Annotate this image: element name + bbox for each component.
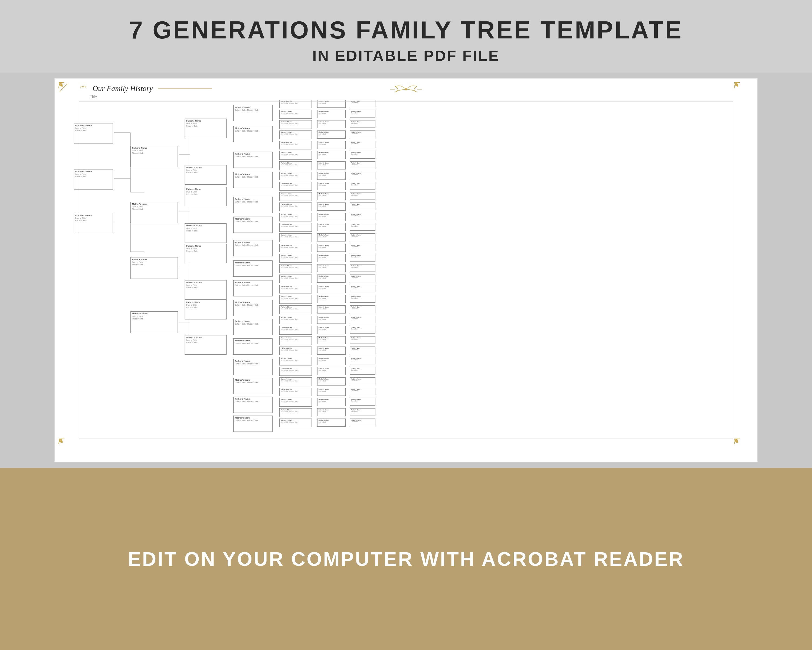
gen7-box-18: Father's NameDate of Birth [350, 285, 375, 292]
gen6-box-18: Father's NameDate of Birth [317, 285, 346, 293]
gen7-box-6: Father's NameDate of Birth [350, 161, 375, 169]
gen5-box-25: Mother's NameDate of Birth - Place of Bi… [279, 357, 312, 365]
gen6-box-26: Father's NameDate of Birth [317, 367, 346, 375]
gen6-box-14: Father's NameDate of Birth [317, 244, 346, 252]
gen7-box-5: Mother's NameDate of Birth [350, 151, 375, 159]
gen7-box-26: Father's NameDate of Birth [350, 367, 375, 375]
gen5-box-14: Father's NameDate of Birth - Place of Bi… [279, 244, 312, 252]
gen6-box-24: Father's NameDate of Birth [317, 346, 346, 355]
gen4-15: Father's Name Date of Birth - Place of B… [233, 397, 273, 413]
document-container: Our Family History Title [54, 78, 758, 462]
svg-point-4 [405, 88, 407, 90]
gen5-box-8: Father's NameDate of Birth - Place of Bi… [279, 182, 312, 191]
gen3-8: Mother's Name Date of Birth Place of Bir… [185, 335, 227, 355]
gen7-box-1: Mother's NameDate of Birth [350, 110, 375, 117]
gen4-5: Father's Name Date of Birth - Place of B… [233, 197, 273, 213]
gen7-box-28: Father's NameDate of Birth [350, 388, 375, 395]
gen6-box-11: Mother's NameDate of Birth [317, 213, 346, 221]
gen4-6: Mother's Name Date of Birth - Place of B… [233, 217, 273, 233]
gen6-box-6: Father's NameDate of Birth [317, 161, 346, 169]
gen7-box-19: Mother's NameDate of Birth [350, 295, 375, 303]
svg-point-0 [60, 84, 63, 86]
gen7-box-9: Mother's NameDate of Birth [350, 192, 375, 200]
gen2-mother2: Mother's Name Date of Birth Place of Bir… [130, 311, 178, 333]
gen5-box-16: Father's NameDate of Birth - Place of Bi… [279, 264, 312, 273]
gen5-box-28: Father's NameDate of Birth - Place of Bi… [279, 388, 312, 396]
gen6-box-19: Mother's NameDate of Birth [317, 295, 346, 303]
gen6-box-15: Mother's NameDate of Birth [317, 254, 346, 262]
gen6-box-28: Father's NameDate of Birth [317, 388, 346, 396]
gen6-box-23: Mother's NameDate of Birth [317, 336, 346, 344]
gen7-box-22: Father's NameDate of Birth [350, 326, 375, 334]
gen6-box-13: Mother's NameDate of Birth [317, 233, 346, 241]
gen6-box-1: Mother's NameDate of Birth [317, 110, 346, 118]
gen6-box-2: Father's NameDate of Birth [317, 120, 346, 128]
gen5-box-30: Father's NameDate of Birth - Place of Bi… [279, 408, 312, 417]
gen4-16: Mother's Name Date of Birth - Place of B… [233, 415, 273, 432]
gen5-box-31: Mother's NameDate of Birth - Place of Bi… [279, 418, 312, 427]
gen6-box-7: Mother's NameDate of Birth [317, 172, 346, 180]
gen3-4: Mother's Name Date of Birth Place of Bir… [185, 223, 227, 243]
gen6-box-9: Mother's NameDate of Birth [317, 192, 346, 200]
gen3-3: Father's Name Date of Birth Place of Bir… [185, 187, 227, 206]
main-title: 7 GENERATIONS FAMILY TREE TEMPLATE [129, 16, 683, 44]
gen5-box-7: Mother's NameDate of Birth - Place of Bi… [279, 172, 312, 180]
gen7-box-2: Father's NameDate of Birth [350, 120, 375, 128]
gen5-box-5: Mother's NameDate of Birth - Place of Bi… [279, 151, 312, 160]
gen6-box-27: Mother's NameDate of Birth [317, 377, 346, 386]
gen4-2: Mother's Name Date of Birth - Place of B… [233, 126, 273, 142]
doc-title: Our Family History [93, 84, 153, 93]
gen2-father2: Father's Name Date of Birth Place of Bir… [130, 257, 178, 279]
gen6-box-20: Father's NameDate of Birth [317, 305, 346, 313]
gen7-box-25: Mother's NameDate of Birth [350, 357, 375, 365]
svg-point-1 [736, 84, 738, 86]
bottom-text: EDIT ON YOUR COMPUTER WITH ACROBAT READE… [128, 548, 684, 570]
gen3-6: Mother's Name Date of Birth Place of Bir… [185, 280, 227, 300]
gen4-10: Mother's Name Date of Birth - Place of B… [233, 300, 273, 316]
gen7-box-12: Father's NameDate of Birth [350, 223, 375, 230]
gen6-box-22: Father's NameDate of Birth [317, 326, 346, 334]
gen2-father: Father's Name Date of Birth Place of Bir… [130, 146, 178, 167]
gen7-box-23: Mother's NameDate of Birth [350, 336, 375, 344]
gen3-5: Father's Name Date of Birth Place of Bir… [185, 244, 227, 263]
gen7-box-3: Mother's NameDate of Birth [350, 130, 375, 138]
gen4-9: Father's Name Date of Birth - Place of B… [233, 280, 273, 296]
gen5-box-27: Mother's NameDate of Birth - Place of Bi… [279, 377, 312, 386]
top-ornament [379, 82, 433, 99]
right-border-line [733, 102, 733, 439]
gen1-box-1: Proband's Name Date of Birth Place of Bi… [73, 123, 113, 143]
gen6-box-29: Mother's NameDate of Birth [317, 398, 346, 406]
doc-header: Our Family History [79, 83, 212, 93]
gen7-box-29: Mother's NameDate of Birth [350, 398, 375, 406]
gen4-14: Mother's Name Date of Birth - Place of B… [233, 378, 273, 394]
gen4-4: Mother's Name Date of Birth - Place of B… [233, 172, 273, 188]
gen5-box-18: Father's NameDate of Birth - Place of Bi… [279, 285, 312, 293]
gen5-box-20: Father's NameDate of Birth - Place of Bi… [279, 305, 312, 314]
gen6-box-17: Mother's NameDate of Birth [317, 275, 346, 282]
gen7-box-13: Mother's NameDate of Birth [350, 233, 375, 241]
gen7-box-31: Mother's NameDate of Birth [350, 418, 375, 426]
gen6-box-12: Father's NameDate of Birth [317, 223, 346, 231]
gen6-box-0: Father's NameDate of Birth [317, 100, 346, 108]
bottom-section: EDIT ON YOUR COMPUTER WITH ACROBAT READE… [0, 468, 812, 650]
gen5-box-0: Father's NameDate of Birth - Place of Bi… [279, 100, 312, 108]
gen7-box-4: Father's NameDate of Birth [350, 141, 375, 148]
gen5-box-9: Mother's NameDate of Birth - Place of Bi… [279, 192, 312, 201]
gen7-box-30: Father's NameDate of Birth [350, 408, 375, 416]
gen6-box-31: Mother's NameDate of Birth [317, 418, 346, 427]
corner-bl-decoration [57, 438, 79, 459]
gen5-box-3: Mother's NameDate of Birth - Place of Bi… [279, 130, 312, 139]
gen6-box-4: Father's NameDate of Birth [317, 141, 346, 149]
gen6-box-30: Father's NameDate of Birth [317, 408, 346, 417]
gen5-box-15: Mother's NameDate of Birth - Place of Bi… [279, 254, 312, 262]
left-border-line [79, 102, 79, 439]
gen7-box-21: Mother's NameDate of Birth [350, 316, 375, 323]
gen5-box-26: Father's NameDate of Birth - Place of Bi… [279, 367, 312, 376]
corner-br-decoration [733, 438, 755, 459]
gen5-box-29: Mother's NameDate of Birth - Place of Bi… [279, 398, 312, 407]
gen6-box-10: Father's NameDate of Birth [317, 203, 346, 211]
gen7-box-16: Father's NameDate of Birth [350, 264, 375, 272]
gen3-2: Mother's Name Date of Birth Place of Bir… [185, 165, 227, 185]
gen5-box-1: Mother's NameDate of Birth - Place of Bi… [279, 110, 312, 119]
gen5-box-22: Father's NameDate of Birth - Place of Bi… [279, 326, 312, 335]
